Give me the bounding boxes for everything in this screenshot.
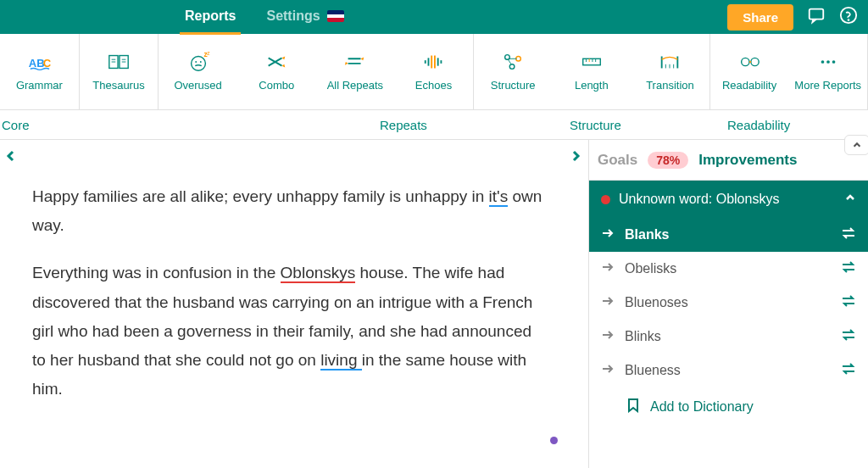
- replace-icon[interactable]: [841, 363, 856, 378]
- arrow-right-icon: [601, 295, 615, 310]
- echoes-icon: [422, 52, 446, 72]
- sidebar: Goals 78% Improvements Unknown word: Obl…: [588, 140, 868, 468]
- tab-settings-label: Settings: [266, 8, 320, 23]
- issue-title: Unknown word: Oblonskys: [619, 192, 779, 207]
- toolbar-readability[interactable]: Readability: [710, 34, 789, 109]
- top-right: Share: [727, 4, 858, 31]
- category-bar: Core Repeats Structure Readability: [0, 110, 868, 140]
- toolbar-label: Overused: [174, 79, 221, 92]
- svg-point-38: [751, 58, 759, 65]
- thesaurus-icon: [107, 52, 131, 72]
- grammar-underline[interactable]: it's: [489, 187, 509, 207]
- cursor-indicator: [550, 437, 558, 444]
- readability-icon: [737, 52, 761, 72]
- goals-percent-badge: 78%: [648, 152, 688, 169]
- suggestion-item[interactable]: Blinks: [589, 320, 868, 354]
- tab-reports[interactable]: Reports: [180, 0, 241, 35]
- editor-wrap: Happy families are all alike; every unha…: [0, 140, 588, 468]
- toolbar-label: Combo: [259, 79, 294, 92]
- replace-icon[interactable]: [841, 261, 856, 276]
- suggestion-label: Bluenoses: [625, 295, 688, 310]
- svg-text:C: C: [43, 57, 51, 70]
- svg-point-12: [195, 61, 197, 63]
- share-button[interactable]: Share: [727, 4, 793, 31]
- category-structure: Structure: [570, 118, 621, 132]
- toolbar-thesaurus[interactable]: Thesaurus: [80, 34, 159, 109]
- category-core: Core: [2, 118, 30, 132]
- arrow-right-icon: [601, 227, 615, 242]
- svg-text:z: z: [207, 52, 210, 56]
- toolbar-label: Readability: [722, 79, 776, 92]
- arrow-right-icon: [601, 363, 615, 378]
- collapse-button[interactable]: [844, 135, 868, 155]
- toolbar-allrepeats[interactable]: All Repeats: [316, 34, 395, 109]
- add-to-dictionary[interactable]: Add to Dictionary: [589, 387, 868, 426]
- replace-icon[interactable]: [841, 227, 856, 242]
- toolbar-transition[interactable]: Transition: [631, 34, 710, 109]
- chevron-up-icon: [844, 192, 856, 207]
- help-icon[interactable]: [839, 6, 858, 28]
- svg-rect-27: [583, 58, 601, 64]
- toolbar-label: Structure: [491, 79, 536, 92]
- length-icon: [580, 52, 604, 72]
- toolbar-combo[interactable]: Combo: [237, 34, 316, 109]
- toolbar-label: Length: [575, 79, 609, 92]
- category-repeats: Repeats: [380, 118, 427, 132]
- arrow-right-icon: [601, 261, 615, 276]
- top-tabs: Reports Settings: [180, 0, 349, 35]
- suggestion-item[interactable]: Bluenoses: [589, 286, 868, 320]
- svg-point-24: [509, 64, 515, 70]
- toolbar-label: Echoes: [415, 79, 452, 92]
- tab-improvements[interactable]: Improvements: [698, 152, 797, 169]
- tab-settings[interactable]: Settings: [261, 0, 349, 35]
- overused-icon: zz: [186, 52, 210, 72]
- bookmark-icon: [626, 398, 640, 416]
- allrepeats-icon: [343, 52, 367, 72]
- structure-icon: [501, 52, 525, 72]
- paragraph[interactable]: Everything was in confusion in the Oblon…: [32, 259, 549, 404]
- replace-icon[interactable]: [841, 295, 856, 310]
- more-icon: [816, 52, 840, 72]
- toolbar-overused[interactable]: zz Overused: [159, 34, 237, 109]
- sidebar-tabs: Goals 78% Improvements: [589, 140, 868, 181]
- grammar-icon: ABC: [27, 52, 51, 72]
- main: Happy families are all alike; every unha…: [0, 140, 868, 468]
- toolbar-label: Grammar: [16, 79, 63, 92]
- svg-point-2: [849, 20, 849, 20]
- tab-goals[interactable]: Goals: [598, 152, 637, 169]
- flag-icon: [327, 10, 344, 22]
- toolbar: ABC Grammar Thesaurus zz Overused Combo …: [0, 34, 868, 110]
- svg-point-13: [199, 61, 201, 63]
- svg-point-40: [821, 60, 824, 64]
- toolbar-echoes[interactable]: Echoes: [394, 34, 474, 109]
- combo-icon: [264, 52, 288, 72]
- issue-dot-icon: [601, 195, 610, 204]
- toolbar-label: More Reports: [794, 79, 861, 92]
- category-readability: Readability: [727, 118, 790, 132]
- suggestion-item[interactable]: Obelisks: [589, 252, 868, 286]
- next-issue-button[interactable]: [570, 150, 581, 165]
- toolbar-length[interactable]: Length: [552, 34, 631, 109]
- transition-icon: [658, 52, 682, 72]
- svg-line-26: [509, 59, 512, 64]
- paragraph[interactable]: Happy families are all alike; every unha…: [32, 182, 549, 240]
- toolbar-label: Transition: [646, 79, 694, 92]
- issue-header[interactable]: Unknown word: Oblonskys: [589, 181, 868, 218]
- toolbar-label: All Repeats: [327, 79, 383, 92]
- toolbar-grammar[interactable]: ABC Grammar: [0, 34, 80, 109]
- suggestion-item[interactable]: Blueness: [589, 354, 868, 387]
- spelling-underline[interactable]: Oblonskys: [281, 264, 356, 283]
- toolbar-more[interactable]: More Reports: [788, 34, 868, 109]
- replace-icon[interactable]: [841, 329, 856, 344]
- suggestion-label: Blinks: [625, 329, 661, 344]
- arrow-right-icon: [601, 329, 615, 344]
- text: Everything was in confusion in the: [32, 264, 281, 281]
- chat-icon[interactable]: [807, 6, 826, 28]
- prev-issue-button[interactable]: [5, 150, 17, 165]
- suggestion-primary[interactable]: Blanks: [589, 218, 868, 252]
- add-dict-label: Add to Dictionary: [650, 399, 754, 415]
- grammar-underline[interactable]: living: [320, 351, 362, 370]
- editor[interactable]: Happy families are all alike; every unha…: [0, 155, 581, 439]
- toolbar-label: Thesaurus: [92, 79, 144, 92]
- toolbar-structure[interactable]: Structure: [474, 34, 553, 109]
